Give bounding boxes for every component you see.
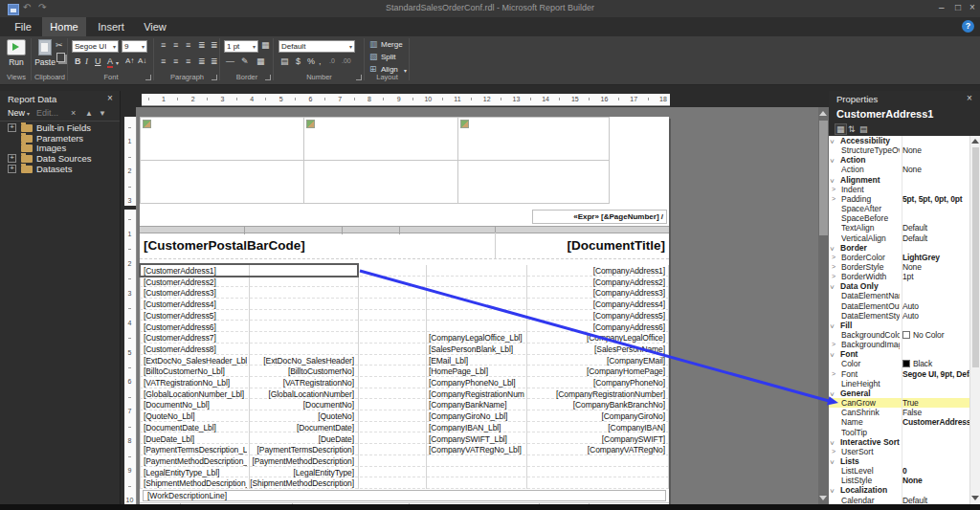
- property-category-data-only[interactable]: >Data Only: [829, 281, 969, 291]
- property-value[interactable]: None: [902, 145, 969, 155]
- property-value[interactable]: LightGrey: [902, 253, 969, 262]
- design-vertical-scrollbar[interactable]: [818, 107, 829, 504]
- categorized-view-icon[interactable]: ▦: [835, 123, 847, 135]
- property-value[interactable]: Default: [902, 223, 969, 233]
- expand-icon[interactable]: >: [832, 447, 835, 456]
- line-style-button[interactable]: —: [226, 56, 234, 66]
- percent-button[interactable]: %: [307, 56, 315, 66]
- chevron-down-icon[interactable]: ▾: [27, 110, 30, 117]
- property-row-tooltip[interactable]: ToolTip: [829, 428, 969, 437]
- property-row-verticalalign[interactable]: VerticalAlignDefault: [829, 233, 969, 243]
- tab-file[interactable]: File: [8, 17, 38, 36]
- property-pages-icon[interactable]: ▤: [859, 124, 868, 134]
- font-dialog-launcher[interactable]: [145, 75, 151, 80]
- property-row-spacebefore[interactable]: SpaceBefore: [829, 213, 969, 223]
- property-row-borderstyle[interactable]: >BorderStyleNone: [829, 262, 969, 272]
- scroll-up-icon[interactable]: [819, 111, 827, 116]
- property-category-fill[interactable]: >Fill: [829, 321, 969, 330]
- property-row-lineheight[interactable]: LineHeight: [829, 379, 969, 388]
- number-format-combo[interactable]: Default▾: [278, 40, 355, 53]
- property-value[interactable]: None: [902, 165, 969, 174]
- paragraph-dialog-launcher[interactable]: [212, 75, 217, 80]
- property-category-border[interactable]: >Border: [829, 243, 969, 253]
- expand-icon[interactable]: +: [8, 165, 16, 173]
- bold-button[interactable]: B: [75, 56, 81, 66]
- collapse-icon[interactable]: >: [829, 353, 836, 357]
- property-row-dataelementname[interactable]: DataElementName: [829, 291, 969, 300]
- align-top-button[interactable]: ≡: [161, 40, 166, 50]
- property-category-localization[interactable]: >Localization: [829, 485, 969, 495]
- tree-item-datasets[interactable]: +Datasets: [0, 164, 120, 174]
- comma-button[interactable]: ,: [319, 56, 322, 66]
- collapse-icon[interactable]: >: [829, 324, 836, 328]
- property-row-font[interactable]: >FontSegoe UI, 9pt, Default: [829, 369, 969, 379]
- align-middle-button[interactable]: ≡: [173, 40, 178, 50]
- property-category-interactive-sort[interactable]: >Interactive Sort: [829, 437, 969, 447]
- new-button[interactable]: New: [8, 108, 25, 118]
- property-value[interactable]: Black: [902, 359, 969, 368]
- paste-button[interactable]: Paste: [34, 38, 56, 69]
- expand-icon[interactable]: >: [832, 253, 835, 262]
- collapse-icon[interactable]: >: [829, 159, 836, 163]
- merge-button[interactable]: Merge: [381, 40, 403, 49]
- scrollbar-thumb[interactable]: [972, 147, 979, 367]
- property-row-usersort[interactable]: >UserSort: [829, 447, 969, 456]
- help-icon[interactable]: ?: [962, 20, 974, 33]
- decrease-indent-button[interactable]: ≣: [198, 40, 206, 50]
- property-value[interactable]: Segoe UI, 9pt, Default: [902, 369, 969, 379]
- expand-icon[interactable]: >: [832, 262, 835, 272]
- align-right-button[interactable]: ≡: [186, 56, 190, 66]
- property-value[interactable]: CustomerAddress1: [902, 417, 969, 427]
- property-row-dataelementoutput[interactable]: DataElementOutputAuto: [829, 301, 969, 311]
- collapse-icon[interactable]: >: [829, 179, 836, 183]
- property-value[interactable]: 5pt, 5pt, 0pt, 0pt: [902, 194, 969, 204]
- expand-icon[interactable]: >: [832, 369, 835, 379]
- property-category-lists[interactable]: >Lists: [829, 456, 969, 466]
- properties-scrollbar[interactable]: [969, 136, 980, 504]
- collapse-icon[interactable]: >: [829, 392, 836, 396]
- cut-icon[interactable]: ✂: [56, 40, 63, 50]
- delete-icon[interactable]: ×: [71, 108, 76, 118]
- increase-decimal-button[interactable]: .00: [342, 56, 351, 66]
- collapse-icon[interactable]: >: [829, 460, 836, 464]
- fill-color-icon[interactable]: ▦: [261, 40, 270, 50]
- number-list-button[interactable]: ≣: [211, 56, 218, 66]
- border-dialog-launcher[interactable]: [265, 75, 271, 80]
- copy-icon[interactable]: [56, 53, 65, 62]
- property-category-action[interactable]: >Action: [829, 155, 969, 165]
- property-row-dataelementstyle[interactable]: DataElementStyleAuto: [829, 311, 969, 321]
- chevron-down-icon[interactable]: ▾: [116, 58, 119, 68]
- property-row-padding[interactable]: >Padding5pt, 5pt, 0pt, 0pt: [829, 194, 969, 204]
- expand-icon[interactable]: >: [832, 194, 835, 204]
- property-value[interactable]: 0: [902, 466, 969, 476]
- property-category-accessibility[interactable]: >Accessibility: [829, 136, 969, 145]
- property-value[interactable]: None: [902, 262, 969, 272]
- minimize-button[interactable]: –: [939, 2, 945, 12]
- borders-button[interactable]: ▦: [256, 56, 265, 66]
- border-width-combo[interactable]: 1 pt▾: [224, 40, 258, 53]
- shrink-font-button[interactable]: A↓: [138, 56, 146, 66]
- expand-icon[interactable]: +: [8, 154, 16, 163]
- align-bottom-button[interactable]: ≡: [186, 40, 190, 50]
- property-value[interactable]: Auto: [902, 301, 969, 311]
- property-row-textalign[interactable]: TextAlignDefault: [829, 223, 969, 233]
- decrease-decimal-button[interactable]: .0: [329, 56, 335, 66]
- pen-icon[interactable]: ✎: [241, 56, 249, 66]
- property-value[interactable]: True: [902, 398, 969, 408]
- property-value[interactable]: No Color: [902, 330, 969, 340]
- expand-icon[interactable]: +: [8, 123, 16, 132]
- property-value[interactable]: 1pt: [902, 272, 969, 281]
- property-row-canshrink[interactable]: CanShrinkFalse: [829, 408, 969, 417]
- collapse-icon[interactable]: >: [829, 140, 836, 144]
- property-value[interactable]: Default: [902, 496, 969, 504]
- tree-item-data-sources[interactable]: +Data Sources: [0, 153, 120, 164]
- property-row-cangrow[interactable]: CanGrowTrue: [829, 398, 969, 408]
- scroll-up-icon[interactable]: [971, 139, 979, 144]
- close-icon[interactable]: ×: [967, 93, 972, 103]
- property-row-structuretypeoverride[interactable]: StructureTypeOverrideNone: [829, 145, 969, 155]
- property-value[interactable]: Auto: [902, 311, 969, 321]
- underline-button[interactable]: U: [95, 56, 101, 66]
- property-row-action[interactable]: ActionNone: [829, 165, 969, 174]
- property-row-backgroundcolor[interactable]: BackgroundColorNo Color: [829, 330, 969, 340]
- property-row-color[interactable]: ColorBlack: [829, 359, 969, 368]
